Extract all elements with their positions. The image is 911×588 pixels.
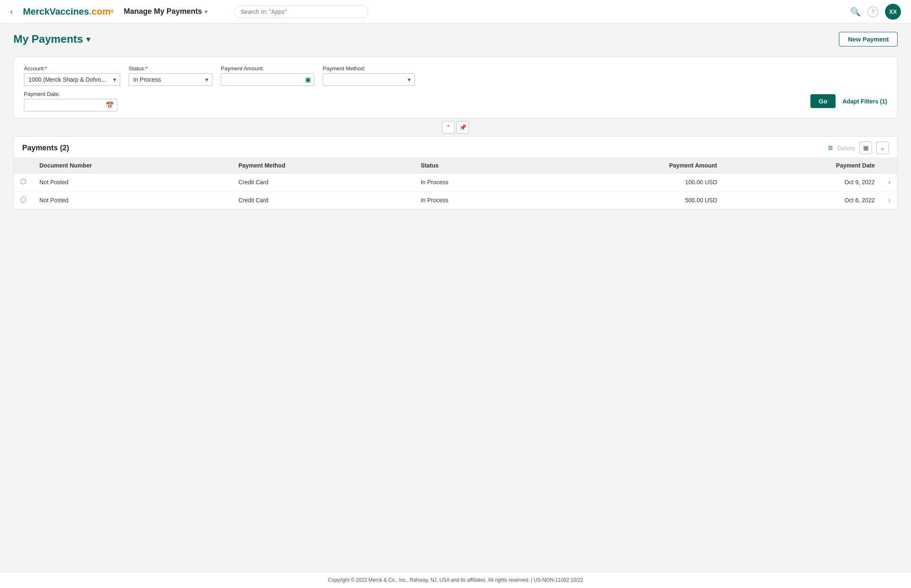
row1-payment-date: Oct 9, 2022	[724, 173, 881, 191]
collapse-bar: ⌃ 📌	[13, 119, 898, 136]
payment-amount-filter-group: Payment Amount: ▣	[221, 65, 314, 86]
col-payment-amount: Payment Amount	[538, 158, 724, 173]
search-input[interactable]	[234, 5, 368, 18]
payment-date-label: Payment Date:	[24, 91, 117, 97]
manage-payments-chevron: ▾	[204, 8, 207, 15]
account-filter-group: Account:* 1000 (Merck Sharp & Dohm... ▾	[24, 65, 120, 86]
logo: MerckVaccines.com®	[23, 6, 114, 17]
payment-method-label: Payment Method:	[323, 65, 415, 72]
page-footer: Copyright © 2022 Merck & Co., Inc., Rahw…	[0, 572, 911, 588]
table-row: Not Posted Credit Card In Process 500.00…	[14, 191, 897, 209]
page-title[interactable]: My Payments ▾	[13, 33, 90, 46]
row2-payment-date: Oct 6, 2022	[724, 191, 881, 209]
filter-row-2: Payment Date: 📅	[24, 91, 117, 111]
row2-status: In Process	[414, 191, 538, 209]
col-select	[14, 158, 33, 173]
main-content: My Payments ▾ New Payment Account:* 1000…	[0, 23, 911, 572]
col-payment-method: Payment Method	[232, 158, 414, 173]
footer-text: Copyright © 2022 Merck & Co., Inc., Rahw…	[328, 577, 583, 583]
filter-section: Account:* 1000 (Merck Sharp & Dohm... ▾ …	[13, 57, 898, 119]
table-actions: ≡ Delete ▦ ⌄	[828, 142, 889, 154]
table-list-icon[interactable]: ≡	[828, 143, 833, 153]
logo-reg: ®	[111, 9, 114, 14]
payment-date-wrapper: 📅	[24, 99, 117, 111]
row2-radio[interactable]	[21, 197, 26, 202]
table-title: Payments (2)	[22, 144, 69, 152]
payment-method-select[interactable]	[323, 73, 415, 86]
status-label: Status:*	[129, 65, 212, 72]
col-status: Status	[414, 158, 538, 173]
row1-nav-chevron[interactable]: ›	[882, 173, 897, 191]
adapt-filters-button[interactable]: Adapt Filters (1)	[842, 98, 887, 105]
avatar[interactable]: XX	[885, 4, 901, 20]
row1-status: In Process	[414, 173, 538, 191]
filter-right-actions: Go Adapt Filters (1)	[810, 94, 887, 108]
payments-table: Document Number Payment Method Status Pa…	[14, 158, 897, 209]
page-nav-title[interactable]: Manage My Payments ▾	[124, 7, 207, 16]
payment-method-select-wrapper: ▾	[323, 73, 415, 86]
back-button[interactable]: ‹	[10, 7, 13, 16]
manage-payments-title: Manage My Payments	[124, 7, 202, 16]
page-title-chevron: ▾	[86, 35, 90, 44]
payment-amount-input[interactable]	[221, 73, 314, 86]
table-row: Not Posted Credit Card In Process 100.00…	[14, 173, 897, 191]
logo-vaccines: Vaccines	[49, 6, 89, 17]
payment-amount-label: Payment Amount:	[221, 65, 314, 72]
row2-doc-number: Not Posted	[33, 191, 232, 209]
avatar-initials: XX	[889, 8, 897, 15]
pin-button[interactable]: 📌	[456, 121, 469, 134]
row2-nav-chevron[interactable]: ›	[882, 191, 897, 209]
new-payment-button[interactable]: New Payment	[839, 32, 898, 46]
payment-date-input[interactable]	[24, 99, 117, 111]
row2-payment-method: Credit Card	[232, 191, 414, 209]
logo-merck: Merck	[23, 6, 50, 17]
filter-actions-row: Payment Date: 📅 Go Adapt Filters (1)	[24, 91, 887, 111]
logo-dotcom: .com	[89, 6, 110, 17]
row1-payment-amount: 100.00 USD	[538, 173, 724, 191]
status-filter-group: Status:* In Process Pending Completed ▾	[129, 65, 212, 86]
account-select-wrapper: 1000 (Merck Sharp & Dohm... ▾	[24, 73, 120, 86]
go-button[interactable]: Go	[810, 94, 836, 108]
row2-select[interactable]	[14, 191, 33, 209]
delete-button: Delete	[837, 144, 855, 152]
col-payment-date: Payment Date	[724, 158, 881, 173]
payment-method-filter-group: Payment Method: ▾	[323, 65, 415, 86]
row1-doc-number: Not Posted	[33, 173, 232, 191]
table-column-headers: Document Number Payment Method Status Pa…	[14, 158, 897, 173]
col-nav	[882, 158, 897, 173]
status-required: *	[145, 65, 148, 72]
col-doc-number: Document Number	[33, 158, 232, 173]
collapse-up-button[interactable]: ⌃	[442, 121, 455, 134]
row1-radio[interactable]	[21, 179, 26, 184]
table-view-button[interactable]: ▦	[859, 142, 872, 154]
payment-date-filter-group: Payment Date: 📅	[24, 91, 117, 111]
search-area	[234, 5, 823, 18]
account-required: *	[45, 65, 47, 72]
table-expand-button[interactable]: ⌄	[876, 142, 889, 154]
status-select[interactable]: In Process Pending Completed	[129, 73, 212, 86]
app-header: ‹ MerckVaccines.com® Manage My Payments …	[0, 0, 911, 23]
search-icon[interactable]: 🔍	[850, 7, 861, 17]
help-icon[interactable]: ?	[867, 6, 878, 17]
page-header-row: My Payments ▾ New Payment	[13, 32, 898, 46]
row2-payment-amount: 500.00 USD	[538, 191, 724, 209]
account-select[interactable]: 1000 (Merck Sharp & Dohm...	[24, 73, 120, 86]
row1-select[interactable]	[14, 173, 33, 191]
table-header-row: Payments (2) ≡ Delete ▦ ⌄	[14, 137, 897, 158]
status-select-wrapper: In Process Pending Completed ▾	[129, 73, 212, 86]
page-title-text: My Payments	[13, 33, 83, 46]
header-actions: 🔍 ? XX	[850, 4, 901, 20]
filter-row-1: Account:* 1000 (Merck Sharp & Dohm... ▾ …	[24, 65, 887, 86]
account-label: Account:*	[24, 65, 120, 72]
row1-payment-method: Credit Card	[232, 173, 414, 191]
payments-table-section: Payments (2) ≡ Delete ▦ ⌄ Document Numbe…	[13, 136, 898, 210]
